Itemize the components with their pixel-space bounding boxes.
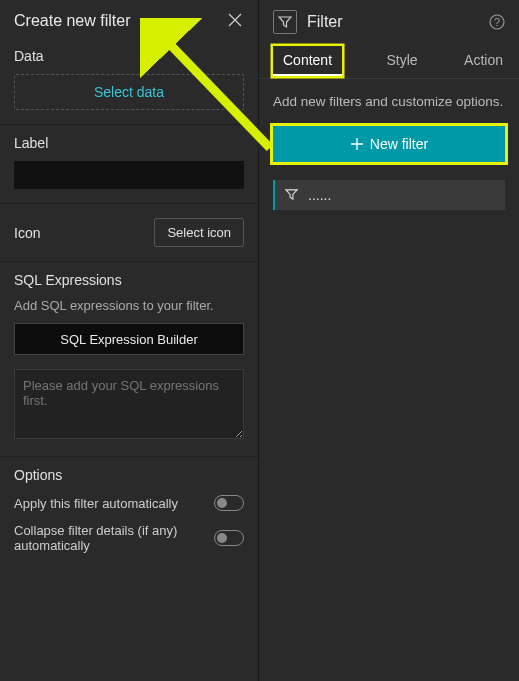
option-apply-auto: Apply this filter automatically <box>14 495 244 511</box>
svg-text:?: ? <box>494 16 500 28</box>
select-icon-button[interactable]: Select icon <box>154 218 244 247</box>
create-filter-panel: Create new filter Data Select data Label… <box>0 0 259 681</box>
label-heading: Label <box>14 135 244 151</box>
options-heading: Options <box>14 467 244 483</box>
new-filter-button[interactable]: New filter <box>273 126 505 162</box>
label-section: Label <box>0 125 258 204</box>
sql-textarea[interactable] <box>14 369 244 439</box>
close-icon[interactable] <box>228 13 244 29</box>
widget-description: Add new filters and customize options. <box>273 93 505 112</box>
sql-help-text: Add SQL expressions to your filter. <box>14 298 244 313</box>
sql-heading: SQL Expressions <box>14 272 244 288</box>
panel-header: Create new filter <box>0 0 258 38</box>
filter-widget-panel: Filter ? Content Style Action Add new fi… <box>259 0 519 681</box>
tab-action[interactable]: Action <box>462 44 505 78</box>
tab-content[interactable]: Content <box>273 46 342 76</box>
filter-item-icon <box>285 188 298 201</box>
option-apply-auto-label: Apply this filter automatically <box>14 496 204 511</box>
sql-expression-builder-button[interactable]: SQL Expression Builder <box>14 323 244 355</box>
plus-icon <box>350 137 364 151</box>
data-heading: Data <box>14 48 244 64</box>
filter-item[interactable]: ...... <box>273 180 505 210</box>
widget-title: Filter <box>307 13 479 31</box>
filter-item-label: ...... <box>308 187 331 203</box>
widget-body: Add new filters and customize options. N… <box>259 79 519 224</box>
tabs: Content Style Action <box>259 44 519 79</box>
options-section: Options Apply this filter automatically … <box>0 457 258 567</box>
icon-heading: Icon <box>14 225 40 241</box>
toggle-collapse-auto[interactable] <box>214 530 244 546</box>
sql-section: SQL Expressions Add SQL expressions to y… <box>0 262 258 457</box>
tab-style[interactable]: Style <box>385 44 420 78</box>
option-collapse-auto: Collapse filter details (if any) automat… <box>14 523 244 553</box>
label-input[interactable] <box>14 161 244 189</box>
panel-title: Create new filter <box>14 12 131 30</box>
icon-section: Icon Select icon <box>0 204 258 262</box>
data-section: Data Select data <box>0 38 258 125</box>
toggle-apply-auto[interactable] <box>214 495 244 511</box>
widget-header: Filter ? <box>259 0 519 44</box>
filter-icon <box>273 10 297 34</box>
option-collapse-auto-label: Collapse filter details (if any) automat… <box>14 523 204 553</box>
help-icon[interactable]: ? <box>489 14 505 30</box>
select-data-button[interactable]: Select data <box>14 74 244 110</box>
new-filter-label: New filter <box>370 136 428 152</box>
